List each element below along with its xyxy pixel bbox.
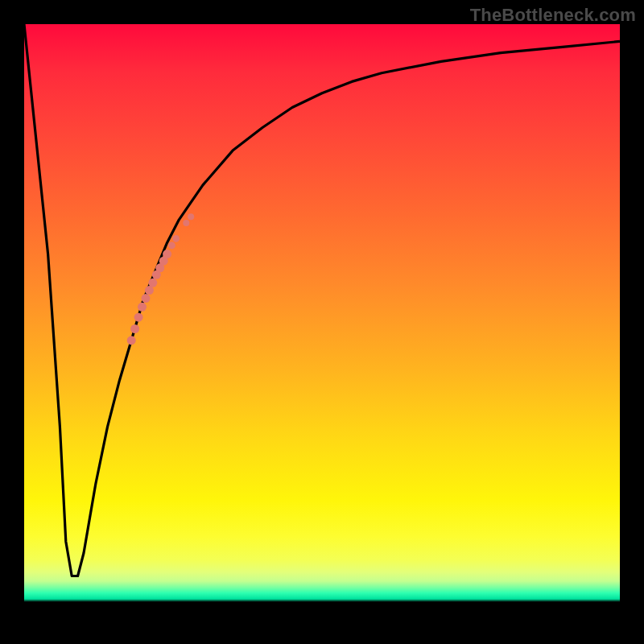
data-point — [148, 279, 157, 287]
chart-frame: TheBottleneck.com — [0, 0, 644, 644]
watermark-label: TheBottleneck.com — [470, 5, 636, 26]
bottleneck-curve — [24, 24, 620, 576]
data-point — [138, 303, 147, 312]
chart-svg — [24, 24, 620, 620]
data-point — [134, 313, 143, 322]
data-point — [130, 324, 139, 333]
plot-area — [24, 24, 620, 620]
data-point — [127, 336, 136, 345]
data-point — [183, 220, 189, 226]
data-point — [142, 294, 151, 303]
data-point — [172, 235, 180, 242]
highlight-points — [127, 213, 195, 345]
data-point — [188, 213, 194, 220]
data-point — [168, 242, 175, 250]
data-point — [163, 250, 171, 258]
